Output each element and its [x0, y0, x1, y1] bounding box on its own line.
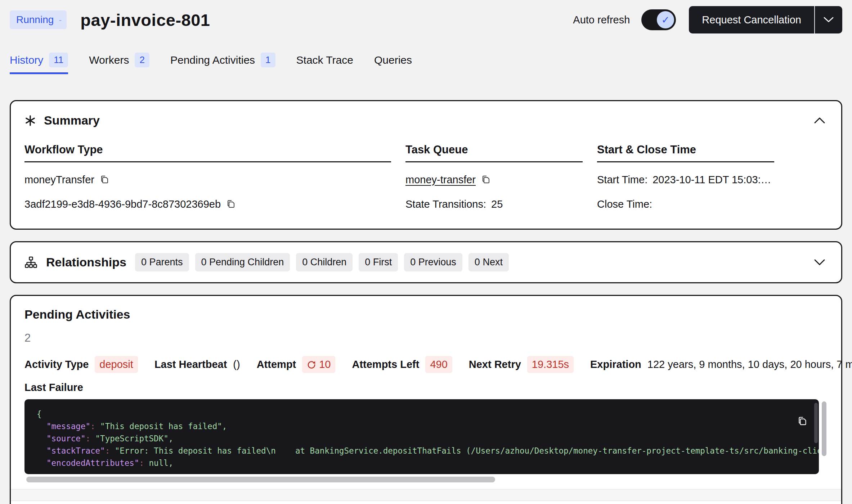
vertical-scrollbar-thumb[interactable] [822, 401, 826, 456]
copy-icon [481, 175, 492, 185]
activity-type-badge: deposit [95, 356, 138, 373]
close-time-label: Close Time: [597, 198, 652, 210]
copy-button[interactable] [99, 174, 111, 185]
summary-card: Summary Workflow Type moneyTransfer 3adf… [10, 100, 842, 230]
toggle-check-icon: ✓ [657, 11, 674, 28]
last-heartbeat-value: () [233, 359, 240, 370]
start-time-label: Start Time: [597, 174, 647, 186]
last-heartbeat-label: Last Heartbeat [154, 359, 227, 370]
last-failure-label: Last Failure [24, 382, 828, 393]
page-title: pay-invoice-801 [80, 10, 210, 30]
next-activity-row-clipped [11, 489, 841, 501]
tab-queries[interactable]: Queries [374, 53, 412, 74]
tab-label: Stack Trace [296, 54, 353, 66]
children-badge: 0 Children [296, 253, 353, 271]
start-time-value: 2023-10-11 EDT 15:03:… [653, 174, 771, 186]
relationships-card: Relationships 0 Parents 0 Pending Childr… [10, 241, 842, 283]
request-cancellation-split-button: Request Cancellation [689, 6, 842, 33]
attempt-pair: Attempt 10 [257, 356, 336, 373]
code-line: "message": "This deposit has failed", [37, 420, 807, 432]
copy-icon [227, 199, 237, 209]
expiration-label: Expiration [590, 359, 641, 370]
code-line: "encodedAttributes": null, [37, 457, 807, 469]
request-cancellation-button[interactable]: Request Cancellation [689, 6, 814, 33]
workflow-type-value: moneyTransfer [24, 174, 94, 186]
summary-title: Summary [44, 113, 100, 127]
header-actions: Auto refresh ✓ Request Cancellation [573, 6, 842, 33]
next-badge: 0 Next [468, 253, 509, 271]
auto-refresh-toggle[interactable]: ✓ [641, 9, 676, 30]
tab-history[interactable]: History 11 [10, 53, 68, 74]
tab-count-badge: 2 [135, 53, 149, 67]
start-time-row: Start Time: 2023-10-11 EDT 15:03:… [597, 172, 774, 187]
expiration-value: 122 years, 9 months, 10 days, 20 hours, … [647, 359, 852, 370]
previous-badge: 0 Previous [404, 253, 462, 271]
activity-type-pair: Activity Type deposit [24, 356, 138, 373]
tab-bar: History 11 Workers 2 Pending Activities … [10, 53, 842, 74]
tab-label: Workers [89, 54, 129, 66]
chevron-down-icon [814, 259, 825, 266]
activity-type-label: Activity Type [24, 359, 89, 370]
chevron-up-icon [814, 117, 825, 124]
copy-icon [798, 416, 808, 427]
task-queue-heading: Task Queue [405, 143, 583, 162]
pending-activities-card: Pending Activities 2 Activity Type depos… [10, 295, 842, 504]
activity-fields-row: Activity Type deposit Last Heartbeat () … [24, 356, 828, 373]
auto-refresh-label: Auto refresh [573, 14, 630, 26]
page-header: Running - pay-invoice-801 Auto refresh ✓… [10, 0, 842, 29]
tab-workers[interactable]: Workers 2 [89, 53, 149, 74]
summary-collapse-button[interactable] [812, 115, 828, 126]
relationship-badges: 0 Parents 0 Pending Children 0 Children … [135, 253, 509, 271]
tab-count-badge: 11 [49, 53, 68, 67]
attempt-badge: 10 [302, 356, 335, 373]
next-retry-label: Next Retry [469, 359, 521, 370]
tab-pending-activities[interactable]: Pending Activities 1 [170, 53, 275, 74]
tab-label: Pending Activities [170, 54, 255, 66]
hierarchy-icon [24, 256, 37, 269]
tab-label: History [10, 54, 43, 66]
code-copy-button[interactable] [798, 405, 811, 437]
status-label: Running [16, 14, 54, 26]
close-time-row: Close Time: [597, 197, 774, 211]
next-retry-pair: Next Retry 19.315s [469, 356, 574, 373]
summary-grid: Workflow Type moneyTransfer 3adf2199-e3d… [24, 143, 828, 211]
horizontal-scrollbar [24, 477, 819, 482]
pending-activities-title: Pending Activities [24, 307, 828, 321]
code-line: "source": "TypeScriptSDK", [37, 432, 807, 445]
summary-header: Summary [24, 113, 828, 127]
state-transitions-value: 25 [491, 198, 503, 210]
last-failure-code-wrap: {"message": "This deposit has failed","s… [24, 399, 819, 482]
state-transitions-row: State Transitions: 25 [405, 197, 583, 211]
task-queue-link[interactable]: money-transfer [405, 174, 476, 186]
copy-button[interactable] [226, 198, 237, 210]
status-badge[interactable]: Running - [10, 10, 67, 29]
code-scrollbar-thumb[interactable] [814, 403, 818, 443]
workflow-type-row: moneyTransfer [24, 172, 391, 187]
cancellation-menu-button[interactable] [814, 6, 842, 33]
attempts-left-badge: 490 [425, 356, 452, 373]
attempt-label: Attempt [257, 359, 296, 370]
tab-stack-trace[interactable]: Stack Trace [296, 53, 353, 74]
horizontal-scrollbar-thumb[interactable] [26, 477, 495, 482]
chevron-down-icon [823, 17, 834, 23]
expiration-pair: Expiration 122 years, 9 months, 10 days,… [590, 359, 852, 370]
attempt-value: 10 [319, 359, 331, 370]
status-caret-icon: - [59, 15, 62, 24]
first-badge: 0 First [359, 253, 398, 271]
task-queue-column: Task Queue money-transfer State Transiti… [405, 143, 583, 211]
relationships-expand-button[interactable] [812, 257, 828, 268]
copy-button[interactable] [481, 174, 492, 185]
workflow-type-heading: Workflow Type [24, 143, 391, 162]
workflow-detail-page: Running - pay-invoice-801 Auto refresh ✓… [0, 0, 852, 504]
times-heading: Start & Close Time [597, 143, 774, 162]
pending-activities-count: 2 [24, 332, 828, 345]
next-retry-badge: 19.315s [527, 356, 574, 373]
workflow-type-column: Workflow Type moneyTransfer 3adf2199-e3d… [24, 143, 391, 211]
tab-label: Queries [374, 54, 412, 66]
retry-icon [307, 360, 316, 369]
times-column: Start & Close Time Start Time: 2023-10-1… [597, 143, 774, 211]
parents-badge: 0 Parents [135, 253, 189, 271]
last-failure-code-block[interactable]: {"message": "This deposit has failed","s… [24, 399, 819, 474]
task-queue-row: money-transfer [405, 172, 583, 187]
summary-star-icon [24, 115, 36, 126]
